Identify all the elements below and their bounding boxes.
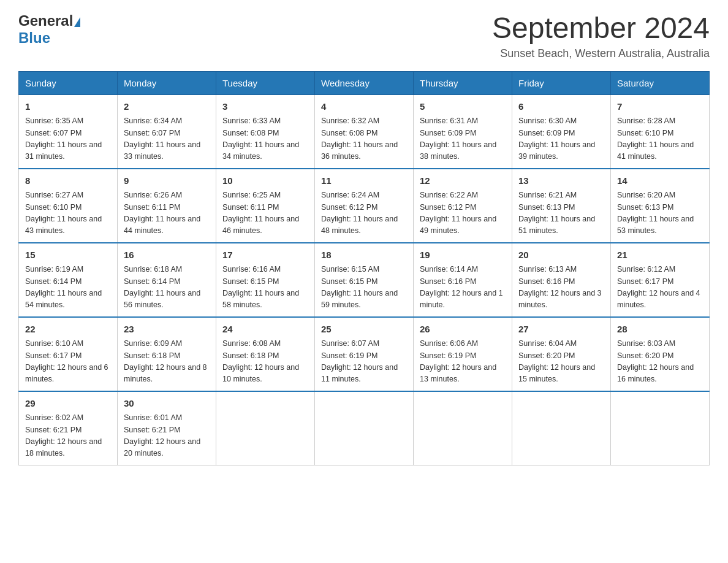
table-row: 12Sunrise: 6:22 AMSunset: 6:12 PMDayligh… — [414, 169, 512, 243]
table-row: 14Sunrise: 6:20 AMSunset: 6:13 PMDayligh… — [611, 169, 710, 243]
title-block: September 2024 Sunset Beach, Western Aus… — [492, 12, 710, 60]
table-row: 5Sunrise: 6:31 AMSunset: 6:09 PMDaylight… — [414, 94, 512, 169]
day-info: Sunrise: 6:07 AMSunset: 6:19 PMDaylight:… — [321, 338, 407, 386]
table-row: 4Sunrise: 6:32 AMSunset: 6:08 PMDaylight… — [315, 94, 414, 169]
day-number: 29 — [25, 397, 111, 411]
day-info: Sunrise: 6:02 AMSunset: 6:21 PMDaylight:… — [25, 412, 111, 460]
col-saturday: Saturday — [611, 71, 710, 94]
table-row: 29Sunrise: 6:02 AMSunset: 6:21 PMDayligh… — [19, 391, 118, 465]
table-row: 22Sunrise: 6:10 AMSunset: 6:17 PMDayligh… — [19, 317, 118, 391]
day-info: Sunrise: 6:27 AMSunset: 6:10 PMDaylight:… — [25, 190, 111, 237]
day-number: 13 — [518, 174, 604, 188]
day-number: 5 — [420, 100, 506, 114]
day-info: Sunrise: 6:06 AMSunset: 6:19 PMDaylight:… — [420, 338, 506, 386]
day-number: 8 — [25, 174, 111, 188]
month-year-title: September 2024 — [492, 12, 710, 45]
table-row: 18Sunrise: 6:15 AMSunset: 6:15 PMDayligh… — [315, 243, 414, 317]
table-row: 9Sunrise: 6:26 AMSunset: 6:11 PMDaylight… — [118, 169, 216, 243]
table-row — [414, 391, 512, 465]
table-row: 28Sunrise: 6:03 AMSunset: 6:20 PMDayligh… — [611, 317, 710, 391]
day-info: Sunrise: 6:25 AMSunset: 6:11 PMDaylight:… — [222, 190, 308, 237]
day-info: Sunrise: 6:30 AMSunset: 6:09 PMDaylight:… — [518, 115, 604, 163]
day-number: 21 — [617, 248, 703, 262]
logo-blue: Blue — [18, 30, 50, 46]
table-row: 8Sunrise: 6:27 AMSunset: 6:10 PMDaylight… — [19, 169, 118, 243]
day-number: 25 — [321, 323, 407, 337]
day-number: 3 — [222, 100, 308, 114]
table-row: 3Sunrise: 6:33 AMSunset: 6:08 PMDaylight… — [216, 94, 315, 169]
day-info: Sunrise: 6:04 AMSunset: 6:20 PMDaylight:… — [518, 338, 604, 386]
day-number: 30 — [124, 397, 210, 411]
day-number: 14 — [617, 174, 703, 188]
day-info: Sunrise: 6:32 AMSunset: 6:08 PMDaylight:… — [321, 115, 407, 163]
col-thursday: Thursday — [414, 71, 512, 94]
day-info: Sunrise: 6:09 AMSunset: 6:18 PMDaylight:… — [124, 338, 210, 386]
day-info: Sunrise: 6:16 AMSunset: 6:15 PMDaylight:… — [222, 264, 308, 312]
table-row: 6Sunrise: 6:30 AMSunset: 6:09 PMDaylight… — [512, 94, 611, 169]
day-number: 15 — [25, 248, 111, 262]
day-info: Sunrise: 6:34 AMSunset: 6:07 PMDaylight:… — [124, 115, 210, 163]
day-info: Sunrise: 6:22 AMSunset: 6:12 PMDaylight:… — [420, 190, 506, 237]
table-row: 25Sunrise: 6:07 AMSunset: 6:19 PMDayligh… — [315, 317, 414, 391]
day-number: 7 — [617, 100, 703, 114]
day-number: 4 — [321, 100, 407, 114]
calendar-week-row: 15Sunrise: 6:19 AMSunset: 6:14 PMDayligh… — [19, 243, 710, 317]
day-info: Sunrise: 6:31 AMSunset: 6:09 PMDaylight:… — [420, 115, 506, 163]
calendar-week-row: 1Sunrise: 6:35 AMSunset: 6:07 PMDaylight… — [19, 94, 710, 169]
table-row: 15Sunrise: 6:19 AMSunset: 6:14 PMDayligh… — [19, 243, 118, 317]
table-row: 24Sunrise: 6:08 AMSunset: 6:18 PMDayligh… — [216, 317, 315, 391]
day-number: 27 — [518, 323, 604, 337]
day-info: Sunrise: 6:08 AMSunset: 6:18 PMDaylight:… — [222, 338, 308, 386]
day-info: Sunrise: 6:14 AMSunset: 6:16 PMDaylight:… — [420, 264, 506, 312]
col-friday: Friday — [512, 71, 611, 94]
table-row — [216, 391, 315, 465]
day-info: Sunrise: 6:01 AMSunset: 6:21 PMDaylight:… — [124, 412, 210, 460]
day-info: Sunrise: 6:33 AMSunset: 6:08 PMDaylight:… — [222, 115, 308, 163]
table-row: 17Sunrise: 6:16 AMSunset: 6:15 PMDayligh… — [216, 243, 315, 317]
day-info: Sunrise: 6:15 AMSunset: 6:15 PMDaylight:… — [321, 264, 407, 312]
day-number: 28 — [617, 323, 703, 337]
table-row: 27Sunrise: 6:04 AMSunset: 6:20 PMDayligh… — [512, 317, 611, 391]
day-number: 6 — [518, 100, 604, 114]
location-subtitle: Sunset Beach, Western Australia, Austral… — [492, 47, 710, 60]
day-info: Sunrise: 6:26 AMSunset: 6:11 PMDaylight:… — [124, 190, 210, 237]
day-number: 12 — [420, 174, 506, 188]
table-row: 21Sunrise: 6:12 AMSunset: 6:17 PMDayligh… — [611, 243, 710, 317]
day-info: Sunrise: 6:19 AMSunset: 6:14 PMDaylight:… — [25, 264, 111, 312]
day-number: 19 — [420, 248, 506, 262]
col-monday: Monday — [118, 71, 216, 94]
table-row — [315, 391, 414, 465]
day-number: 20 — [518, 248, 604, 262]
calendar-table: Sunday Monday Tuesday Wednesday Thursday… — [18, 71, 710, 465]
day-number: 1 — [25, 100, 111, 114]
table-row: 26Sunrise: 6:06 AMSunset: 6:19 PMDayligh… — [414, 317, 512, 391]
calendar-week-row: 22Sunrise: 6:10 AMSunset: 6:17 PMDayligh… — [19, 317, 710, 391]
day-number: 10 — [222, 174, 308, 188]
day-number: 11 — [321, 174, 407, 188]
table-row: 13Sunrise: 6:21 AMSunset: 6:13 PMDayligh… — [512, 169, 611, 243]
day-number: 18 — [321, 248, 407, 262]
table-row — [512, 391, 611, 465]
col-sunday: Sunday — [19, 71, 118, 94]
table-row: 16Sunrise: 6:18 AMSunset: 6:14 PMDayligh… — [118, 243, 216, 317]
day-info: Sunrise: 6:24 AMSunset: 6:12 PMDaylight:… — [321, 190, 407, 237]
day-info: Sunrise: 6:21 AMSunset: 6:13 PMDaylight:… — [518, 190, 604, 237]
day-info: Sunrise: 6:28 AMSunset: 6:10 PMDaylight:… — [617, 115, 703, 163]
day-info: Sunrise: 6:10 AMSunset: 6:17 PMDaylight:… — [25, 338, 111, 386]
col-tuesday: Tuesday — [216, 71, 315, 94]
day-number: 16 — [124, 248, 210, 262]
table-row: 7Sunrise: 6:28 AMSunset: 6:10 PMDaylight… — [611, 94, 710, 169]
day-info: Sunrise: 6:12 AMSunset: 6:17 PMDaylight:… — [617, 264, 703, 312]
page-header: General Blue September 2024 Sunset Beach… — [18, 12, 710, 60]
day-number: 2 — [124, 100, 210, 114]
day-number: 22 — [25, 323, 111, 337]
day-info: Sunrise: 6:20 AMSunset: 6:13 PMDaylight:… — [617, 190, 703, 237]
day-number: 17 — [222, 248, 308, 262]
table-row: 30Sunrise: 6:01 AMSunset: 6:21 PMDayligh… — [118, 391, 216, 465]
table-row: 20Sunrise: 6:13 AMSunset: 6:16 PMDayligh… — [512, 243, 611, 317]
table-row: 23Sunrise: 6:09 AMSunset: 6:18 PMDayligh… — [118, 317, 216, 391]
day-number: 23 — [124, 323, 210, 337]
table-row: 19Sunrise: 6:14 AMSunset: 6:16 PMDayligh… — [414, 243, 512, 317]
table-row: 2Sunrise: 6:34 AMSunset: 6:07 PMDaylight… — [118, 94, 216, 169]
day-number: 9 — [124, 174, 210, 188]
